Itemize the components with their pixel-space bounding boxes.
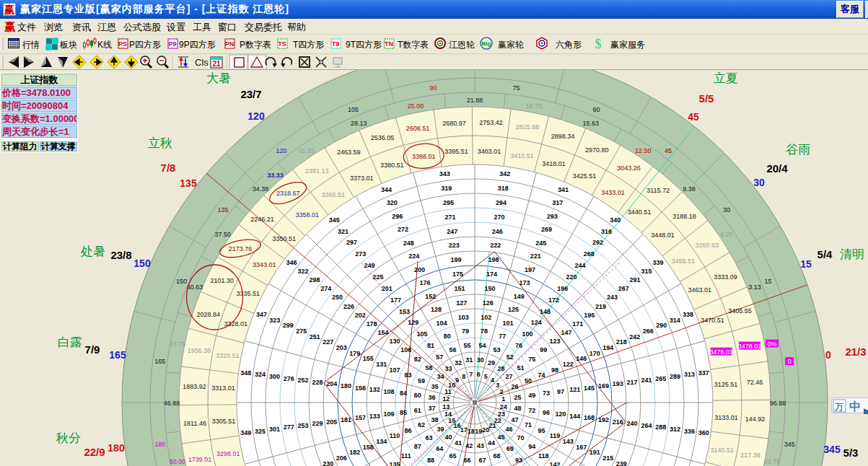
svg-text:3405.55: 3405.55 [728,307,752,315]
svg-text:22/9: 22/9 [84,446,105,458]
svg-text:32: 32 [455,359,462,366]
svg-text:110: 110 [390,432,400,439]
svg-text:21.88: 21.88 [467,97,483,104]
svg-text:3410.51: 3410.51 [510,152,534,159]
svg-text:82: 82 [414,356,421,363]
svg-text:337: 337 [698,369,709,377]
svg-text:1: 1 [501,395,505,403]
svg-text:165: 165 [154,358,165,365]
svg-text:250: 250 [332,294,343,301]
svg-text:297: 297 [346,239,357,246]
svg-text:96.88: 96.88 [770,400,786,407]
svg-text:88: 88 [427,457,434,464]
svg-text:181: 181 [341,416,351,423]
svg-text:317: 317 [552,199,563,206]
svg-text:58: 58 [425,364,432,372]
svg-text:125: 125 [508,306,519,313]
svg-text:142: 142 [550,461,561,466]
svg-text:谷雨: 谷雨 [786,143,810,157]
svg-text:226: 226 [343,303,354,310]
svg-text:3358.01: 3358.01 [296,211,320,219]
svg-text:266: 266 [643,327,654,335]
svg-text:6.25: 6.25 [720,231,733,238]
svg-text:75: 75 [528,356,535,363]
svg-text:56: 56 [449,346,456,353]
svg-text:2753.42: 2753.42 [479,119,503,126]
svg-text:3140.51: 3140.51 [711,447,735,454]
svg-text:106: 106 [400,346,411,353]
svg-text:2608.51: 2608.51 [406,125,430,132]
svg-text:34.38: 34.38 [253,185,269,193]
svg-text:133: 133 [369,413,380,420]
svg-text:228: 228 [312,379,323,386]
svg-text:36: 36 [428,394,435,401]
svg-text:25: 25 [514,394,521,401]
svg-text:68: 68 [494,452,501,460]
svg-text:81: 81 [427,342,434,349]
svg-text:135: 135 [217,206,228,214]
svg-text:217.38: 217.38 [740,452,760,459]
svg-text:9: 9 [455,377,459,384]
svg-text:40: 40 [444,434,452,441]
svg-text:11: 11 [444,388,452,395]
svg-text:177: 177 [390,296,401,304]
svg-text:301: 301 [269,426,280,433]
svg-text:324: 324 [255,371,266,378]
svg-text:3365.51: 3365.51 [322,191,346,198]
svg-text:244: 244 [575,262,586,269]
svg-text:253: 253 [298,422,309,429]
svg-text:15: 15 [800,258,812,270]
svg-text:PS: PS [118,40,127,48]
svg-text:312: 312 [670,426,680,433]
svg-text:76: 76 [515,342,522,349]
svg-text:62: 62 [418,421,425,428]
svg-text:2536.05: 2536.05 [371,134,395,141]
svg-text:120: 120 [247,110,265,122]
svg-text:59: 59 [418,377,425,384]
svg-text:229: 229 [312,420,323,427]
svg-text:73: 73 [543,390,550,397]
svg-text:180: 180 [341,382,351,390]
svg-text:267: 267 [618,285,629,292]
svg-text:191: 191 [589,449,600,456]
svg-text:43.75: 43.75 [170,340,186,348]
svg-text:2825.88: 2825.88 [516,123,540,131]
svg-text:立秋: 立秋 [148,136,172,150]
svg-text:70: 70 [517,434,524,441]
svg-text:348: 348 [240,369,251,377]
svg-text:29: 29 [488,359,495,366]
svg-text:132: 132 [369,386,380,393]
svg-text:131: 131 [376,361,387,368]
svg-text:42: 42 [465,442,473,449]
svg-text:121: 121 [569,386,580,393]
svg-text:63: 63 [425,434,432,441]
svg-text:80: 80 [444,333,451,340]
svg-text:173: 173 [519,279,530,286]
svg-text:3425.51: 3425.51 [573,172,597,180]
svg-text:45: 45 [688,111,699,123]
svg-text:30: 30 [477,356,484,364]
svg-text:295: 295 [443,199,454,206]
svg-text:168: 168 [584,414,595,421]
svg-text:秋分: 秋分 [56,431,81,445]
svg-text:294: 294 [496,199,507,206]
svg-text:51: 51 [517,364,524,372]
svg-text:195: 195 [584,312,595,319]
svg-text:5: 5 [484,373,488,380]
svg-text:87: 87 [414,443,421,450]
svg-text:3188.18: 3188.18 [672,213,696,220]
svg-text:152: 152 [425,293,436,300]
svg-text:3455.51: 3455.51 [671,258,695,265]
svg-text:3433.01: 3433.01 [601,189,625,196]
svg-text:144.92: 144.92 [745,416,766,423]
svg-text:98: 98 [551,366,558,374]
svg-text:15.63: 15.63 [582,120,599,127]
svg-text:323: 323 [269,317,280,324]
svg-text:336: 336 [684,428,695,435]
svg-text:120: 120 [555,410,566,418]
svg-text:144: 144 [569,413,580,420]
svg-text:中: 中 [849,400,861,413]
svg-text:3418.01: 3418.01 [542,160,566,167]
svg-text:3: 3 [496,382,499,389]
svg-text:3115.72: 3115.72 [646,187,670,194]
